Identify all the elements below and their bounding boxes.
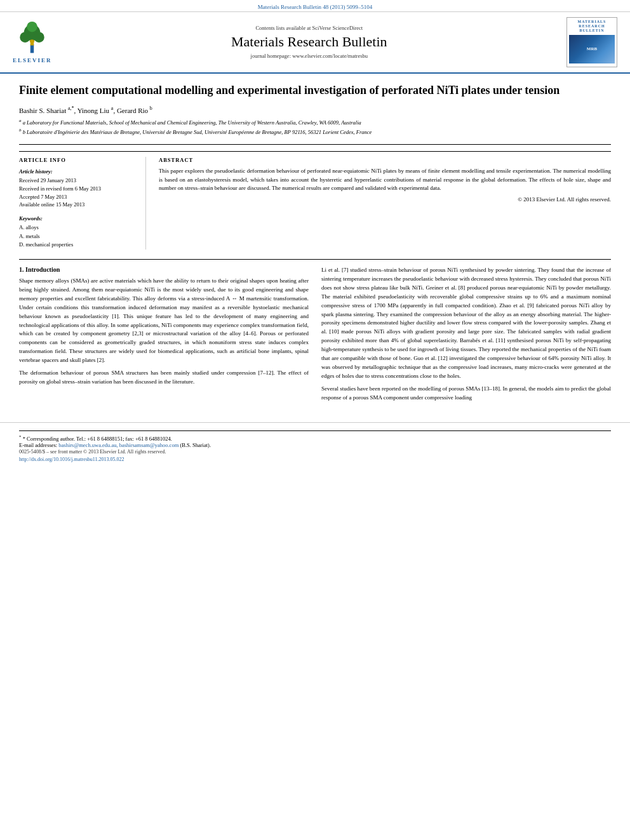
journal-logo-box: MATERIALSRESEARCHBULLETIN MRB <box>566 17 617 67</box>
keyword-2: A. metals <box>19 232 136 241</box>
author-email[interactable]: bashirs@mech.uwa.edu.au, bashirsamsam@ya… <box>58 442 178 448</box>
logo-image-area: MRB <box>569 35 615 63</box>
footer-issn: 0025-5408/$ – see front matter © 2013 El… <box>19 448 611 456</box>
footer-separator <box>19 430 611 431</box>
svg-point-3 <box>34 32 45 43</box>
author-bashir: Bashir S. Shariat <box>19 107 66 114</box>
svg-rect-0 <box>30 44 34 53</box>
keywords-section: Keywords: A. alloys A. metals D. mechani… <box>19 215 136 250</box>
available-online-date: Available online 15 May 2013 <box>19 201 136 209</box>
author-gerard: Gerard Rio <box>117 107 148 114</box>
journal-title-block: Contents lists available at SciVerse Sci… <box>58 25 560 59</box>
body-columns: 1. Introduction Shape memory alloys (SMA… <box>19 266 611 406</box>
intro-heading: 1. Introduction <box>19 266 309 273</box>
left-body-col: 1. Introduction Shape memory alloys (SMA… <box>19 266 309 406</box>
keywords-label: Keywords: <box>19 215 136 222</box>
journal-citation: Materials Research Bulletin 48 (2013) 50… <box>258 4 373 10</box>
doi-link[interactable]: http://dx.doi.org/10.1016/j.matresbu11.2… <box>19 457 124 462</box>
received-date: Received 29 January 2013 <box>19 177 136 185</box>
right-para-1: Li et al. [7] studied stress–strain beha… <box>321 266 611 381</box>
article-info-heading: ARTICLE INFO <box>19 157 136 163</box>
intro-para-1: Shape memory alloys (SMAs) are active ma… <box>19 277 309 365</box>
keyword-3: D. mechanical properties <box>19 241 136 250</box>
article-footer: * * Corresponding author. Tel.: +61 8 64… <box>0 422 630 467</box>
elsevier-logo: ELSEVIER <box>13 21 52 63</box>
abstract-heading: ABSTRACT <box>159 157 611 163</box>
footer-doi: http://dx.doi.org/10.1016/j.matresbu11.2… <box>19 456 611 463</box>
intro-para-2: The deformation behaviour of porous SMA … <box>19 369 309 387</box>
authors-line: Bashir S. Shariat a,*, Yinong Liu a, Ger… <box>19 105 611 114</box>
accepted-date: Accepted 7 May 2013 <box>19 193 136 201</box>
received-revised-date: Received in revised form 6 May 2013 <box>19 185 136 193</box>
svg-point-2 <box>20 32 31 43</box>
contents-line: Contents lists available at SciVerse Sci… <box>58 25 560 31</box>
body-divider <box>19 259 611 260</box>
logo-top-text: MATERIALSRESEARCHBULLETIN <box>569 20 615 34</box>
article-title: Finite element computational modelling a… <box>19 83 611 98</box>
info-abstract-row: ARTICLE INFO Article history: Received 2… <box>19 151 611 250</box>
svg-point-4 <box>27 22 38 32</box>
affiliation-b: b b Laboratoire d'Ingénierie des Matéria… <box>19 128 611 137</box>
page-wrapper: Materials Research Bulletin 48 (2013) 50… <box>0 0 630 467</box>
keyword-1: A. alloys <box>19 223 136 232</box>
article-info-col: ARTICLE INFO Article history: Received 2… <box>19 157 146 250</box>
abstract-copyright: © 2013 Elsevier Ltd. All rights reserved… <box>159 196 611 204</box>
abstract-text: This paper explores the pseudoelastic de… <box>159 167 611 193</box>
affiliation-a: a a Laboratory for Functional Materials,… <box>19 118 611 127</box>
section-divider <box>19 144 611 145</box>
journal-citation-bar: Materials Research Bulletin 48 (2013) 50… <box>0 0 630 12</box>
article-content: Finite element computational modelling a… <box>0 74 630 416</box>
svg-rect-6 <box>30 43 34 46</box>
journal-header: ELSEVIER Contents lists available at Sci… <box>0 12 630 74</box>
affiliations: a a Laboratory for Functional Materials,… <box>19 118 611 137</box>
elsevier-text: ELSEVIER <box>13 57 52 63</box>
right-para-2: Several studies have been reported on th… <box>321 385 611 403</box>
abstract-col: ABSTRACT This paper explores the pseudoe… <box>159 157 611 250</box>
email-label: E-mail addresses: <box>19 442 57 448</box>
elsevier-tree-icon <box>15 21 50 56</box>
author-yinong: Yinong Liu <box>77 107 109 114</box>
homepage-line: journal homepage: www.elsevier.com/locat… <box>58 53 560 59</box>
corresponding-author: * * Corresponding author. Tel.: +61 8 64… <box>19 434 611 448</box>
history-label: Article history: <box>19 168 136 175</box>
journal-title: Materials Research Bulletin <box>58 34 560 50</box>
right-body-col: Li et al. [7] studied stress–strain beha… <box>321 266 611 406</box>
